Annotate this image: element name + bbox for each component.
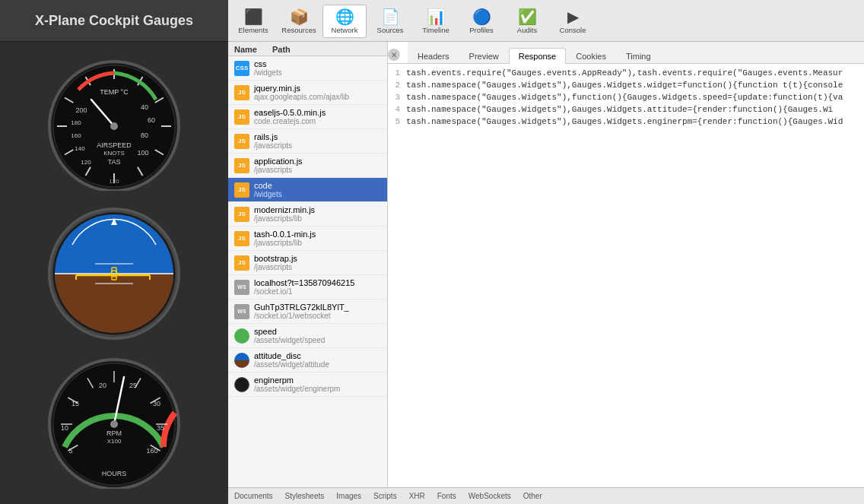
svg-text:TEMP °C: TEMP °C <box>100 88 129 96</box>
elements-button[interactable]: ⬛ Elements <box>231 5 275 38</box>
svg-point-28 <box>110 122 118 130</box>
js-icon: JS <box>234 85 249 100</box>
bottom-tab-websockets[interactable]: WebSockets <box>469 492 511 500</box>
file-item-bootstrap[interactable]: JS bootstrap.js /javascripts <box>228 251 387 275</box>
svg-text:80: 80 <box>141 132 148 139</box>
timeline-button[interactable]: 📊 Timeline <box>414 5 458 38</box>
app-title: X-Plane Cockpit Gauges <box>0 0 228 42</box>
bottom-tab-stylesheets[interactable]: Stylesheets <box>285 492 325 500</box>
file-item-code[interactable]: JS code /widgets <box>228 178 387 202</box>
left-panel: X-Plane Cockpit Gauges <box>0 0 228 504</box>
response-header-row: ✕ Headers Preview Response Cookies Timin… <box>388 42 864 64</box>
bottom-tab-fonts[interactable]: Fonts <box>437 492 456 500</box>
bottom-bar: Documents Stylesheets Images Scripts XHR… <box>228 487 864 504</box>
svg-text:AIRSPEED: AIRSPEED <box>97 141 132 149</box>
svg-text:25: 25 <box>129 382 137 389</box>
resources-button[interactable]: 📦 Resources <box>277 5 321 38</box>
audits-button[interactable]: ✅ Audits <box>505 5 549 38</box>
file-panel-header: Name Path <box>228 42 387 56</box>
svg-text:120: 120 <box>109 178 119 185</box>
close-response-button[interactable]: ✕ <box>388 49 400 61</box>
file-item-modernizr[interactable]: JS modernizr.min.js /javascripts/lib <box>228 202 387 227</box>
file-item-rails[interactable]: JS rails.js /javascripts <box>228 129 387 154</box>
svg-point-67 <box>110 420 118 428</box>
console-button[interactable]: ▶ Console <box>551 5 595 38</box>
svg-text:10: 10 <box>61 424 68 432</box>
airspeed-gauge: TEMP °C 200 180 160 40 60 140 80 120 100… <box>30 55 198 192</box>
file-item-easeljs[interactable]: JS easeljs-0.5.0.min.js code.createjs.co… <box>228 105 387 129</box>
network-icon: 🌐 <box>335 9 354 24</box>
file-item-attitude-disc[interactable]: attitude_disc /assets/widget/attitude <box>228 348 387 372</box>
resources-icon: 📦 <box>290 9 309 24</box>
sources-button[interactable]: 📄 Sources <box>368 5 412 38</box>
response-content: 1 tash.events.require("Gauges.events.App… <box>388 64 864 487</box>
response-tabs: Headers Preview Response Cookies Timing <box>408 42 864 63</box>
js-icon: JS <box>234 207 249 222</box>
tab-cookies[interactable]: Cookies <box>566 48 616 64</box>
file-item-websocket[interactable]: WS GuhTp3TRLG72kIL8YlT_ /socket.io/1/web… <box>228 300 387 324</box>
svg-text:15: 15 <box>71 400 79 407</box>
bottom-tab-xhr[interactable]: XHR <box>409 492 425 500</box>
tab-preview[interactable]: Preview <box>459 48 509 64</box>
tab-headers[interactable]: Headers <box>408 48 459 64</box>
file-item-enginerpm[interactable]: enginerpm /assets/widget/enginerpm <box>228 372 387 397</box>
code-line-1: 1 tash.events.require("Gauges.events.App… <box>388 67 864 79</box>
code-line-2: 2 tash.namespace("Gauges.Widgets"),Gauge… <box>388 79 864 91</box>
bottom-tab-scripts[interactable]: Scripts <box>373 492 397 500</box>
file-panel: Name Path CSS css /widgets JS jquery.min… <box>228 42 388 487</box>
sources-icon: 📄 <box>381 9 400 24</box>
ws-icon: WS <box>234 304 249 319</box>
code-line-5: 5 tash.namespace("Gauges.Widgets"),Gauge… <box>388 116 864 128</box>
devtools-panel: ⬛ Elements 📦 Resources 🌐 Network 📄 Sourc… <box>228 0 864 504</box>
file-item-speed[interactable]: speed /assets/widget/speed <box>228 324 387 348</box>
svg-text:40: 40 <box>141 103 148 111</box>
file-item-tash[interactable]: JS tash-0.0.1-min.js /javascripts/lib <box>228 227 387 251</box>
network-button[interactable]: 🌐 Network <box>322 5 367 38</box>
profiles-button[interactable]: 🔵 Profiles <box>459 5 503 38</box>
css-icon: CSS <box>234 61 249 76</box>
svg-text:X100: X100 <box>107 438 122 445</box>
img-icon <box>234 328 249 344</box>
code-line-4: 4 tash.namespace("Gauges.Widgets"),Gauge… <box>388 103 864 116</box>
content-area: Name Path CSS css /widgets JS jquery.min… <box>228 42 864 487</box>
js-icon: JS <box>234 158 249 173</box>
attitude-gauge <box>30 204 198 341</box>
file-item-jquery[interactable]: JS jquery.min.js ajax.googleapis.com/aja… <box>228 81 387 105</box>
rpm-gauge: 5 10 15 20 25 30 35 160 RPM X100 HOURS <box>30 353 198 490</box>
js-icon: JS <box>234 182 249 198</box>
svg-text:120: 120 <box>81 159 91 166</box>
svg-text:RPM: RPM <box>106 430 122 437</box>
svg-text:160: 160 <box>71 132 81 139</box>
img-icon <box>234 353 249 368</box>
svg-rect-33 <box>55 274 173 334</box>
svg-text:30: 30 <box>153 400 160 407</box>
timeline-icon: 📊 <box>427 9 446 24</box>
file-item-application[interactable]: JS application.js /javascripts <box>228 154 387 178</box>
file-item-css[interactable]: CSS css /widgets <box>228 56 387 81</box>
svg-text:200: 200 <box>75 106 87 114</box>
gauges-area: TEMP °C 200 180 160 40 60 140 80 120 100… <box>0 42 228 504</box>
img-icon <box>234 377 249 392</box>
profiles-icon: 🔵 <box>472 9 491 24</box>
bottom-tab-documents[interactable]: Documents <box>234 492 273 500</box>
devtools-toolbar: ⬛ Elements 📦 Resources 🌐 Network 📄 Sourc… <box>228 0 864 42</box>
svg-text:60: 60 <box>148 116 155 124</box>
svg-text:140: 140 <box>75 145 85 152</box>
svg-text:35: 35 <box>157 424 164 432</box>
file-item-localhost-ws[interactable]: WS localhost?t=135870946215 /socket.io/1 <box>228 275 387 300</box>
elements-icon: ⬛ <box>244 9 263 24</box>
tab-timing[interactable]: Timing <box>616 48 661 64</box>
tab-response[interactable]: Response <box>509 48 567 64</box>
js-icon: JS <box>234 134 249 149</box>
svg-text:100: 100 <box>137 149 148 157</box>
js-icon: JS <box>234 109 249 125</box>
svg-text:5: 5 <box>68 447 72 455</box>
js-icon: JS <box>234 231 249 246</box>
svg-text:20: 20 <box>99 382 106 389</box>
bottom-tab-other[interactable]: Other <box>523 492 542 500</box>
file-list: CSS css /widgets JS jquery.min.js ajax.g… <box>228 56 387 487</box>
name-header: Name <box>234 45 257 54</box>
path-header: Path <box>272 45 291 54</box>
svg-text:160: 160 <box>146 447 157 455</box>
bottom-tab-images[interactable]: Images <box>336 492 361 500</box>
